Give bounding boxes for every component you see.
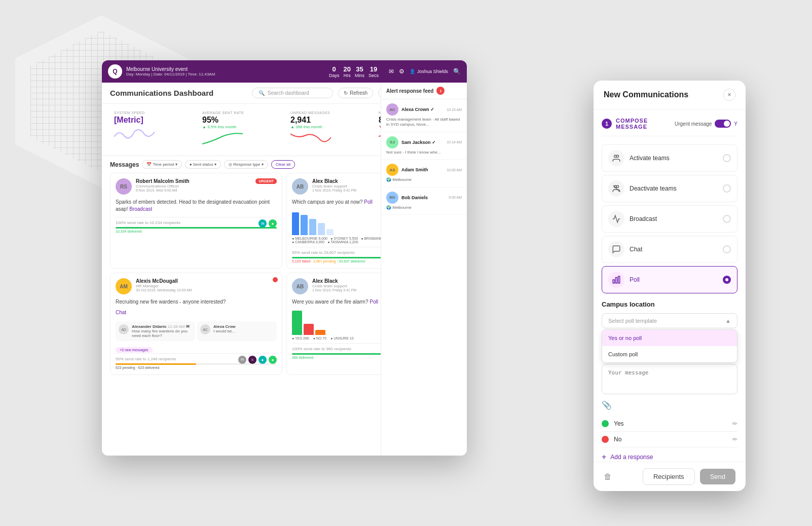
poll-bar-brisbane [309, 219, 316, 235]
chevron-up-icon: ▲ [725, 318, 731, 324]
poll-template-dropdown: Select poll template ▲ Yes or no poll Cu… [602, 313, 737, 328]
recipients-button[interactable]: Recipients [643, 468, 695, 485]
metric-label-1: AVERAGE SENT RATE [202, 111, 278, 115]
filter-response-type[interactable]: ◎ Response type ▾ [224, 160, 268, 169]
poll-option-yes-no[interactable]: Yes or no poll [602, 330, 737, 346]
poll-response-yes-label: Yes [614, 420, 727, 427]
countdown-timer: 0 Days 20 Hrs 35 Mins 19 Secs [329, 65, 379, 78]
msg-progress-bar-1 [116, 227, 277, 229]
poll-bar-sydney [301, 215, 308, 235]
msg-link-2[interactable]: Poll [364, 199, 373, 205]
close-button[interactable]: × [723, 89, 735, 101]
msg-type-chat[interactable]: Chat [602, 236, 737, 263]
alert-name-2: Sam Jackson ✓ [401, 140, 436, 145]
alert-time-2: 10:14 AM [447, 140, 462, 144]
alert-header-2: SJ Sam Jackson ✓ 10:14 AM [386, 136, 462, 148]
msg-type-broadcast[interactable]: Broadcast [602, 205, 737, 233]
poll-bar-tasmania [326, 229, 334, 235]
event-name: Melbourne University event [126, 66, 325, 72]
urgent-toggle-switch-panel[interactable] [715, 120, 731, 128]
msg-role-3: HR Manager [136, 284, 277, 288]
message-textarea[interactable] [602, 364, 737, 394]
msg-link-3[interactable]: Chat [116, 310, 277, 315]
poll-radio[interactable] [723, 276, 731, 284]
poll-label: Poll [630, 276, 718, 283]
svg-point-3 [616, 185, 619, 188]
gear-icon[interactable]: ⚙ [399, 68, 404, 75]
urgent-badge-1: URGENT [255, 178, 277, 184]
poll-response-no-label: No [614, 436, 727, 443]
poll-edit-yes[interactable]: ✏ [732, 420, 737, 427]
alert-avatar-3: AS [386, 164, 398, 176]
msg-avatar-3: AM [116, 278, 132, 294]
add-response-button[interactable]: + Add a response [602, 447, 737, 462]
msg-footer-1: 100% send rate to 10,234 recipients ✉ ● … [116, 217, 277, 233]
alert-avatar-4: BD [386, 192, 398, 204]
reply-preview-1: AD Alexander Didario 11:38 AM ✉ How many… [116, 321, 195, 341]
alert-name-1: Alexa Crown ✓ [401, 107, 434, 112]
alert-avatar-2: SJ [386, 136, 398, 148]
poll-bar-no [304, 324, 314, 335]
send-button[interactable]: Send [700, 469, 735, 484]
reply-text-2: I would be... [213, 329, 236, 333]
step-indicator: 1 COMPOSE MESSAGE Urgent message Y [602, 118, 737, 136]
refresh-icon: ↻ [344, 90, 348, 96]
alert-name-4: Bob Daniels [401, 195, 428, 200]
attachment-icon[interactable]: 📎 [602, 400, 737, 410]
deactivate-teams-radio[interactable] [723, 184, 731, 193]
channel-icon-3c: ● [259, 356, 267, 364]
poll-response-yes: Yes ✏ [602, 416, 737, 432]
deactivate-teams-label: Deactivate teams [630, 185, 718, 192]
msg-footer-3: 50% send rate to 1,246 recipients ✉ S ● … [116, 353, 277, 369]
channel-icon-1b: ● [269, 219, 277, 228]
channel-icon-3b: S [248, 356, 256, 364]
header-icons: ✉ ⚙ 👤 Joshua Shields 🔍 [389, 68, 461, 75]
poll-edit-no[interactable]: ✏ [732, 436, 737, 443]
search-box[interactable]: 🔍 Search dashboard [252, 88, 333, 98]
refresh-button[interactable]: ↻ Refresh [338, 88, 373, 98]
msg-name-1: Robert Malcolm Smith [136, 178, 251, 184]
dashboard-panel: Q Melbourne University event Day: Monday… [102, 60, 467, 456]
scene: Q Melbourne University event Day: Monday… [51, 30, 761, 496]
msg-type-activate-teams[interactable]: Activate teams [602, 144, 737, 172]
poll-bar-yes [292, 311, 302, 335]
urgent-label: Urgent message [675, 121, 712, 127]
timer-days-val: 0 [333, 65, 336, 73]
timer-hrs-label: Hrs [344, 73, 351, 78]
search-icon[interactable]: 🔍 [453, 68, 461, 75]
message-card-1: RS Robert Malcolm Smith Communications O… [110, 173, 282, 269]
msg-avatar-1: RS [116, 178, 132, 195]
message-card-3: AM Alexis McDougall HR Manager 30 Oct 20… [110, 273, 282, 375]
clear-all-button[interactable]: Clear all [271, 160, 295, 169]
metric-label-0: SYSTEM SPEED [114, 111, 190, 115]
alert-item-2: SJ Sam Jackson ✓ 10:14 AM Not sure - I t… [381, 132, 467, 160]
trash-icon[interactable]: 🗑 [604, 472, 612, 481]
filter-sent-status[interactable]: ● Sent status ▾ [185, 160, 221, 169]
msg-type-deactivate-teams[interactable]: Deactivate teams [602, 175, 737, 202]
msg-link-4[interactable]: Poll [370, 299, 378, 305]
filter-time-period[interactable]: 📅 Time period ▾ [142, 160, 181, 169]
broadcast-radio[interactable] [723, 215, 731, 223]
unread-dot-3 [273, 277, 278, 282]
msg-link-1[interactable]: Broadcast [129, 206, 152, 212]
step-number: 1 [602, 119, 612, 129]
mail-icon[interactable]: ✉ [389, 68, 394, 75]
metric-value-0: [Metric] [114, 116, 190, 125]
msg-type-poll[interactable]: Poll [602, 266, 737, 293]
channel-icon-1a: ✉ [259, 219, 267, 228]
metric-sent-rate: AVERAGE SENT RATE 95% ▲ 3.5% this month [198, 108, 282, 152]
alert-time-1: 10:15 AM [447, 108, 462, 111]
chat-icon [608, 241, 624, 257]
urgent-toggle-panel: Urgent message Y [675, 120, 737, 128]
activate-teams-radio[interactable] [723, 154, 731, 162]
channel-icon-3a: ✉ [238, 356, 246, 364]
chat-radio[interactable] [723, 245, 731, 253]
msg-delivered-1: 10,334 delivered [116, 230, 277, 233]
poll-template-placeholder: Select poll template [608, 318, 657, 324]
alert-feed: Alert response feed 1 AC Alexa Crown ✓ 1… [381, 83, 467, 456]
chat-label: Chat [630, 246, 718, 253]
dashboard-header: Q Melbourne University event Day: Monday… [102, 60, 467, 83]
poll-template-trigger[interactable]: Select poll template ▲ [602, 313, 737, 328]
alert-header-3: AS Adam Smith 10:00 AM [386, 164, 462, 176]
poll-option-custom[interactable]: Custom poll [602, 346, 737, 362]
